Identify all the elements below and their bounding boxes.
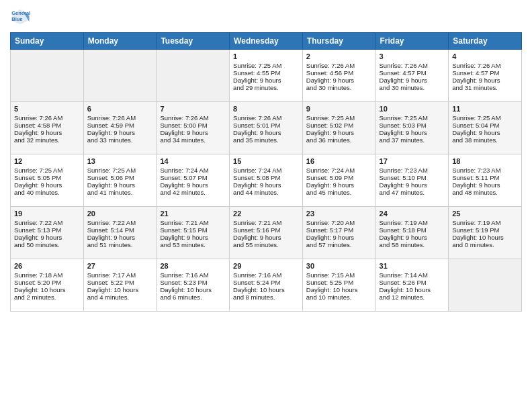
day-info: Sunrise: 7:24 AM xyxy=(160,167,226,174)
day-info: Daylight: 9 hours xyxy=(87,129,153,136)
day-info: Sunrise: 7:23 AM xyxy=(452,167,518,174)
day-info: and 47 minutes. xyxy=(380,189,445,196)
day-info: and 32 minutes. xyxy=(14,136,80,144)
day-number: 1 xyxy=(233,52,299,60)
day-info: Sunrise: 7:18 AM xyxy=(14,271,80,279)
day-info: and 41 minutes. xyxy=(87,189,153,196)
day-info: Sunset: 5:17 PM xyxy=(306,226,372,234)
calendar-cell xyxy=(83,50,157,102)
day-info: Sunset: 5:10 PM xyxy=(380,174,445,181)
day-info: Sunset: 5:25 PM xyxy=(306,279,372,286)
day-info: Daylight: 9 hours xyxy=(233,234,299,241)
day-info: and 12 minutes. xyxy=(380,293,445,301)
weekday-header-wednesday: Wednesday xyxy=(230,33,303,50)
day-info: Sunset: 5:26 PM xyxy=(380,279,445,286)
calendar-cell: 24Sunrise: 7:19 AMSunset: 5:18 PMDayligh… xyxy=(375,207,449,259)
day-info: and 51 minutes. xyxy=(87,241,153,248)
day-info: Sunrise: 7:26 AM xyxy=(306,62,372,69)
calendar-cell: 30Sunrise: 7:15 AMSunset: 5:25 PMDayligh… xyxy=(302,259,375,312)
calendar: SundayMondayTuesdayWednesdayThursdayFrid… xyxy=(10,32,522,312)
day-info: and 29 minutes. xyxy=(233,84,299,91)
svg-text:Blue: Blue xyxy=(11,16,22,22)
day-info: and 6 minutes. xyxy=(160,293,226,301)
day-info: Sunrise: 7:26 AM xyxy=(380,62,445,69)
day-info: Sunrise: 7:20 AM xyxy=(306,219,372,226)
day-info: and 30 minutes. xyxy=(380,84,445,91)
calendar-cell: 18Sunrise: 7:23 AMSunset: 5:11 PMDayligh… xyxy=(449,154,522,207)
day-info: Sunrise: 7:25 AM xyxy=(233,62,299,69)
calendar-cell: 20Sunrise: 7:22 AMSunset: 5:14 PMDayligh… xyxy=(83,207,157,259)
day-info: and 10 minutes. xyxy=(306,293,372,301)
calendar-cell: 23Sunrise: 7:20 AMSunset: 5:17 PMDayligh… xyxy=(302,207,375,259)
day-info: Sunset: 5:09 PM xyxy=(306,174,372,181)
logo: General Blue xyxy=(10,7,30,27)
day-info: Sunrise: 7:25 AM xyxy=(452,114,518,122)
calendar-cell: 21Sunrise: 7:21 AMSunset: 5:15 PMDayligh… xyxy=(157,207,230,259)
week-row-3: 12Sunrise: 7:25 AMSunset: 5:05 PMDayligh… xyxy=(11,154,522,207)
day-info: and 50 minutes. xyxy=(14,241,80,248)
svg-text:General: General xyxy=(11,10,30,16)
day-info: Daylight: 9 hours xyxy=(306,129,372,136)
day-info: Sunset: 5:16 PM xyxy=(233,226,299,234)
day-info: Sunrise: 7:25 AM xyxy=(306,114,372,122)
day-info: Sunrise: 7:21 AM xyxy=(233,219,299,226)
day-info: Daylight: 9 hours xyxy=(380,234,445,241)
calendar-cell: 1Sunrise: 7:25 AMSunset: 4:55 PMDaylight… xyxy=(230,50,303,102)
day-info: and 40 minutes. xyxy=(14,189,80,196)
day-info: Sunset: 5:14 PM xyxy=(87,226,153,234)
day-info: Sunrise: 7:16 AM xyxy=(233,271,299,279)
day-number: 19 xyxy=(14,210,80,218)
day-info: Daylight: 9 hours xyxy=(160,181,226,189)
calendar-cell: 2Sunrise: 7:26 AMSunset: 4:56 PMDaylight… xyxy=(302,50,375,102)
calendar-cell: 16Sunrise: 7:24 AMSunset: 5:09 PMDayligh… xyxy=(302,154,375,207)
day-number: 31 xyxy=(380,262,445,270)
day-info: Sunrise: 7:24 AM xyxy=(306,167,372,174)
day-number: 21 xyxy=(160,210,226,218)
week-row-2: 5Sunrise: 7:26 AMSunset: 4:58 PMDaylight… xyxy=(11,102,522,154)
day-info: Sunset: 5:00 PM xyxy=(160,122,226,129)
calendar-cell: 8Sunrise: 7:26 AMSunset: 5:01 PMDaylight… xyxy=(230,102,303,154)
day-info: Daylight: 9 hours xyxy=(452,181,518,189)
week-row-1: 1Sunrise: 7:25 AMSunset: 4:55 PMDaylight… xyxy=(11,50,522,102)
day-info: and 57 minutes. xyxy=(306,241,372,248)
day-info: Daylight: 9 hours xyxy=(14,129,80,136)
day-number: 6 xyxy=(87,105,153,113)
day-info: Daylight: 9 hours xyxy=(380,129,445,136)
day-info: Sunrise: 7:26 AM xyxy=(14,114,80,122)
day-info: Sunset: 4:59 PM xyxy=(87,122,153,129)
day-number: 13 xyxy=(87,157,153,165)
day-info: Sunrise: 7:19 AM xyxy=(380,219,445,226)
day-info: Sunrise: 7:22 AM xyxy=(14,219,80,226)
day-number: 24 xyxy=(380,210,445,218)
calendar-cell: 27Sunrise: 7:17 AMSunset: 5:22 PMDayligh… xyxy=(83,259,157,312)
day-info: Sunset: 4:58 PM xyxy=(14,122,80,129)
header: General Blue xyxy=(10,7,522,27)
day-info: and 44 minutes. xyxy=(233,189,299,196)
day-info: Sunset: 5:06 PM xyxy=(87,174,153,181)
calendar-cell: 11Sunrise: 7:25 AMSunset: 5:04 PMDayligh… xyxy=(449,102,522,154)
day-number: 27 xyxy=(87,262,153,270)
day-info: and 8 minutes. xyxy=(233,293,299,301)
week-row-5: 26Sunrise: 7:18 AMSunset: 5:20 PMDayligh… xyxy=(11,259,522,312)
day-info: Daylight: 9 hours xyxy=(14,234,80,241)
day-info: Daylight: 9 hours xyxy=(306,77,372,84)
day-number: 30 xyxy=(306,262,372,270)
day-info: Sunrise: 7:19 AM xyxy=(452,219,518,226)
day-info: Sunset: 5:08 PM xyxy=(233,174,299,181)
calendar-cell xyxy=(11,50,84,102)
day-info: Daylight: 9 hours xyxy=(452,77,518,84)
calendar-cell xyxy=(157,50,230,102)
day-info: Daylight: 10 hours xyxy=(452,234,518,241)
day-info: Daylight: 9 hours xyxy=(233,77,299,84)
day-info: Sunrise: 7:22 AM xyxy=(87,219,153,226)
day-number: 3 xyxy=(380,52,445,60)
day-info: Sunrise: 7:21 AM xyxy=(160,219,226,226)
day-info: Daylight: 10 hours xyxy=(306,286,372,293)
day-info: Daylight: 9 hours xyxy=(87,181,153,189)
day-info: and 2 minutes. xyxy=(14,293,80,301)
day-info: Sunrise: 7:16 AM xyxy=(160,271,226,279)
logo-icon: General Blue xyxy=(10,7,30,27)
day-number: 11 xyxy=(452,105,518,113)
day-info: Sunrise: 7:25 AM xyxy=(380,114,445,122)
weekday-header-monday: Monday xyxy=(83,33,157,50)
